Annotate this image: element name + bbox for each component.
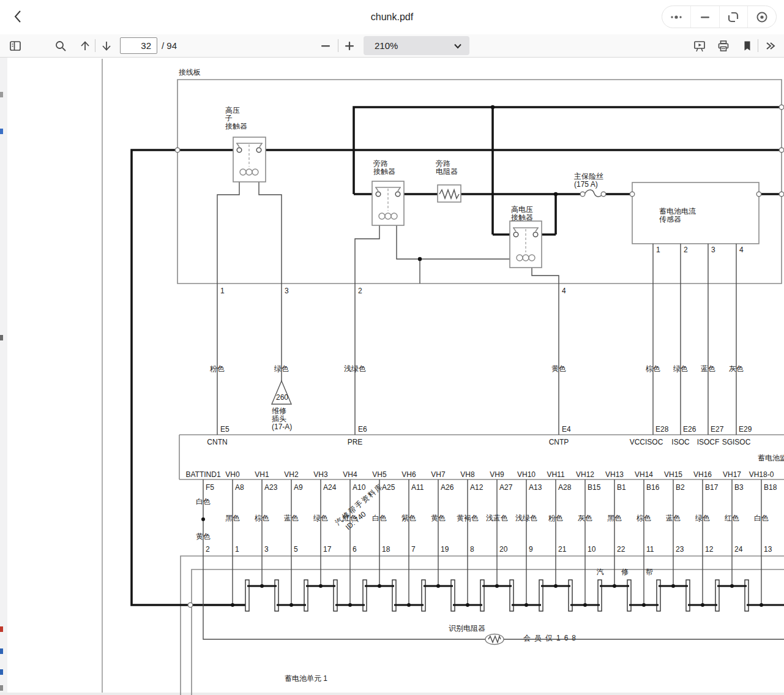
junction-board-box (177, 80, 782, 284)
signal-name-label: PRE (348, 438, 363, 446)
signal-name-label: ISOCF (697, 438, 720, 446)
signal-name-label: CNTN (207, 438, 227, 446)
toolbar-divider (95, 39, 95, 52)
battery-plate (392, 580, 396, 611)
terminal-number-label: 7 (411, 545, 416, 554)
wire-pre (355, 225, 379, 435)
connector-pin-label: B18 (764, 483, 777, 492)
page-bottom-gap (0, 693, 784, 695)
minimize-button[interactable] (690, 6, 719, 28)
vh-label: VH2 (284, 470, 299, 479)
vh-label: VH16 (693, 470, 712, 479)
connector-pin-label: A9 (294, 483, 303, 492)
wire-color-label: 棕色 (646, 364, 660, 373)
svg-text:高压: 高压 (225, 106, 240, 115)
battery-plate (451, 580, 455, 611)
more-tools-button[interactable] (763, 38, 778, 54)
wire-cntn (217, 182, 239, 435)
svg-text:接触器: 接触器 (225, 122, 247, 130)
wire-service-plug (259, 182, 282, 381)
terminal-number-label: 1 (235, 545, 239, 554)
page-number-input[interactable] (120, 37, 157, 54)
wire-color-label: 灰色 (729, 364, 744, 373)
signal-name-label: ISOC (671, 438, 690, 446)
identification-resistor (485, 634, 504, 645)
svg-text:维修: 维修 (272, 407, 286, 415)
connector-pin-label: E5 (220, 425, 230, 434)
battery-plate (422, 580, 425, 611)
terminal-number-label: 2 (358, 287, 362, 295)
connector-pin-label: A23 (264, 483, 278, 492)
svg-text:接触器: 接触器 (373, 167, 395, 176)
zoom-out-button[interactable] (318, 38, 334, 54)
record-button[interactable] (747, 6, 776, 28)
connector-pin-label: A8 (235, 483, 244, 492)
connector-pin-label: A10 (353, 483, 366, 492)
wire-color-label: 粉色 (210, 364, 225, 373)
wire-color-label: 黄色 (196, 532, 211, 541)
vh-label: VH9 (490, 470, 504, 479)
search-button[interactable] (53, 38, 69, 54)
vh-label: VH3 (313, 470, 328, 479)
battery-module-label: 蓄电池监 (758, 454, 784, 462)
pop-out-icon (726, 10, 741, 24)
sensor-pin-label: 1 (656, 246, 660, 254)
sensor-pin-label: 3 (711, 246, 715, 254)
vh-label: VH18-0 (749, 470, 774, 479)
connector-pin-label: B1 (617, 483, 626, 492)
next-page-button[interactable] (99, 38, 114, 54)
junction-dot (231, 603, 234, 607)
bookmark-button[interactable] (739, 38, 755, 54)
toolbar-divider (758, 39, 758, 52)
previous-page-button[interactable] (77, 38, 93, 54)
zoom-select[interactable]: 210% (364, 36, 469, 55)
wire-color-label: 黄色 (551, 364, 566, 373)
battery-plate (510, 580, 513, 611)
svg-text:插头: 插头 (272, 415, 286, 423)
zoom-in-icon (343, 40, 356, 52)
battind1-wire (203, 479, 784, 639)
more-options-button[interactable] (662, 6, 690, 28)
vh-label: VH11 (547, 470, 564, 479)
battery-plate (539, 580, 543, 611)
terminal-number-label: 9 (529, 545, 533, 554)
wire-color-label: 绿色 (673, 364, 688, 373)
battery-unit-inner-box (192, 569, 784, 695)
terminal-number-label: 17 (323, 545, 332, 554)
terminal-number-label: 2 (206, 545, 210, 554)
bookmark-icon (741, 40, 753, 52)
diagram-top-layer: 识别电阻器 蓄电池单元 1 1粉色E5CNTN3绿色2浅绿色E6PRE4黄色E4… (185, 244, 784, 683)
hv-sub-contactor: 高压 子 接触器 (225, 106, 266, 182)
battery-current-sensor: 蓄电池电流 传感器 (632, 182, 759, 244)
vh-label: VH12 (576, 470, 594, 479)
svg-text:汽修帮: 汽修帮 (596, 568, 670, 576)
battery-plate (715, 580, 719, 611)
zoom-in-button[interactable] (342, 38, 357, 54)
vh-label: BATTIND1 (185, 470, 220, 479)
print-button[interactable] (715, 38, 731, 54)
svg-text:传感器: 传感器 (659, 215, 681, 224)
signal-name-label: SGISOC (722, 438, 751, 446)
connector-pin-label: E26 (683, 425, 696, 434)
connector-pin-label: B3 (734, 483, 744, 492)
connector-pin-label: B15 (588, 483, 601, 492)
vh-label: VH0 (225, 470, 240, 479)
sidebar-toggle-button[interactable] (7, 38, 23, 54)
presentation-mode-button[interactable] (692, 38, 707, 54)
print-icon (717, 40, 730, 52)
page-count-label: / 94 (162, 34, 177, 57)
pop-out-button[interactable] (719, 6, 748, 28)
bypass-contactor: 旁路 接触器 (372, 159, 404, 225)
terminal-number-label: 20 (499, 545, 508, 554)
battery-plate (363, 580, 367, 611)
svg-text:子: 子 (225, 114, 233, 122)
terminal-number-label: 5 (294, 545, 298, 554)
pdf-title-bar: chunk.pdf (0, 0, 784, 35)
search-icon (54, 40, 67, 52)
minimize-icon (698, 10, 712, 24)
vh-label: VH15 (664, 470, 682, 479)
svg-text:电阻器: 电阻器 (436, 167, 458, 176)
svg-text:旁路: 旁路 (373, 159, 388, 168)
battery-plate (304, 580, 308, 611)
connector-pin-label: E28 (655, 425, 669, 434)
